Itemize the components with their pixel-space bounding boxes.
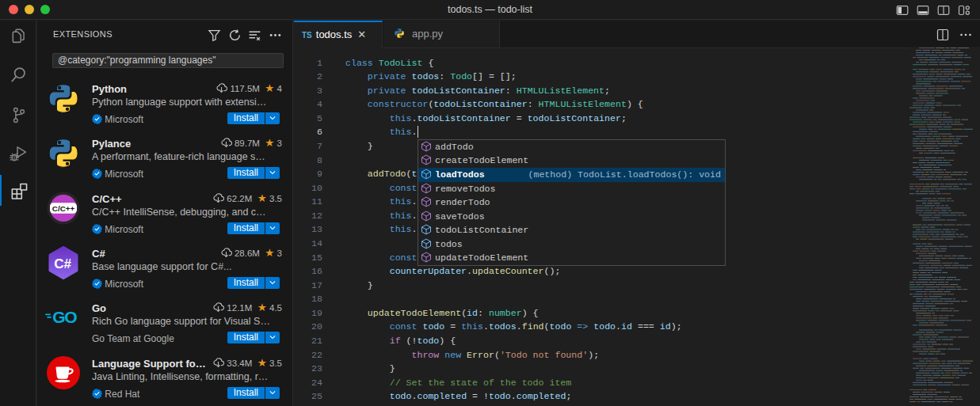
svg-text:C/C++: C/C++ <box>52 203 75 212</box>
svg-text:GO: GO <box>52 309 77 327</box>
svg-text:C#: C# <box>54 256 71 271</box>
